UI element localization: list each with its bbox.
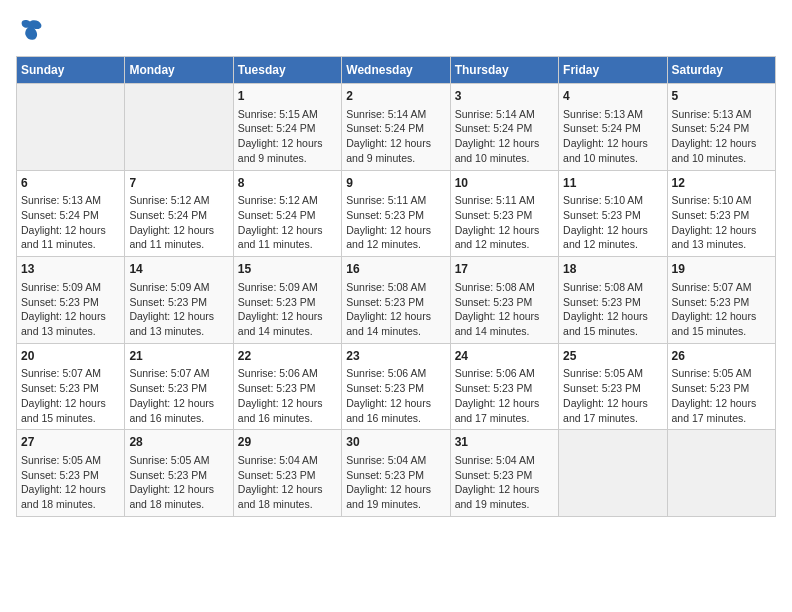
- day-cell: [667, 430, 775, 517]
- daylight-text: Daylight: 12 hours and 15 minutes.: [21, 396, 120, 425]
- sunrise-text: Sunrise: 5:08 AM: [455, 280, 554, 295]
- day-number: 4: [563, 88, 662, 105]
- day-cell: 17Sunrise: 5:08 AMSunset: 5:23 PMDayligh…: [450, 257, 558, 344]
- sunrise-text: Sunrise: 5:13 AM: [563, 107, 662, 122]
- sunset-text: Sunset: 5:24 PM: [563, 121, 662, 136]
- day-number: 19: [672, 261, 771, 278]
- sunset-text: Sunset: 5:23 PM: [346, 468, 445, 483]
- daylight-text: Daylight: 12 hours and 15 minutes.: [672, 309, 771, 338]
- col-header-saturday: Saturday: [667, 57, 775, 84]
- header-row: SundayMondayTuesdayWednesdayThursdayFrid…: [17, 57, 776, 84]
- day-number: 16: [346, 261, 445, 278]
- logo: [16, 16, 48, 44]
- daylight-text: Daylight: 12 hours and 19 minutes.: [455, 482, 554, 511]
- sunset-text: Sunset: 5:23 PM: [346, 295, 445, 310]
- day-number: 5: [672, 88, 771, 105]
- sunrise-text: Sunrise: 5:05 AM: [21, 453, 120, 468]
- daylight-text: Daylight: 12 hours and 13 minutes.: [21, 309, 120, 338]
- day-number: 3: [455, 88, 554, 105]
- sunrise-text: Sunrise: 5:11 AM: [346, 193, 445, 208]
- daylight-text: Daylight: 12 hours and 14 minutes.: [238, 309, 337, 338]
- day-number: 23: [346, 348, 445, 365]
- daylight-text: Daylight: 12 hours and 10 minutes.: [563, 136, 662, 165]
- sunset-text: Sunset: 5:23 PM: [238, 381, 337, 396]
- day-cell: 26Sunrise: 5:05 AMSunset: 5:23 PMDayligh…: [667, 343, 775, 430]
- sunrise-text: Sunrise: 5:14 AM: [455, 107, 554, 122]
- daylight-text: Daylight: 12 hours and 17 minutes.: [672, 396, 771, 425]
- sunset-text: Sunset: 5:24 PM: [21, 208, 120, 223]
- sunrise-text: Sunrise: 5:05 AM: [563, 366, 662, 381]
- sunrise-text: Sunrise: 5:09 AM: [238, 280, 337, 295]
- col-header-tuesday: Tuesday: [233, 57, 341, 84]
- day-cell: 16Sunrise: 5:08 AMSunset: 5:23 PMDayligh…: [342, 257, 450, 344]
- daylight-text: Daylight: 12 hours and 17 minutes.: [563, 396, 662, 425]
- col-header-sunday: Sunday: [17, 57, 125, 84]
- day-cell: [125, 84, 233, 171]
- day-cell: [17, 84, 125, 171]
- sunset-text: Sunset: 5:23 PM: [129, 381, 228, 396]
- sunset-text: Sunset: 5:23 PM: [563, 381, 662, 396]
- day-cell: 11Sunrise: 5:10 AMSunset: 5:23 PMDayligh…: [559, 170, 667, 257]
- day-cell: 31Sunrise: 5:04 AMSunset: 5:23 PMDayligh…: [450, 430, 558, 517]
- sunset-text: Sunset: 5:24 PM: [238, 208, 337, 223]
- sunrise-text: Sunrise: 5:13 AM: [672, 107, 771, 122]
- day-number: 22: [238, 348, 337, 365]
- daylight-text: Daylight: 12 hours and 18 minutes.: [129, 482, 228, 511]
- sunset-text: Sunset: 5:23 PM: [129, 468, 228, 483]
- day-number: 24: [455, 348, 554, 365]
- daylight-text: Daylight: 12 hours and 11 minutes.: [129, 223, 228, 252]
- daylight-text: Daylight: 12 hours and 9 minutes.: [346, 136, 445, 165]
- day-number: 18: [563, 261, 662, 278]
- sunrise-text: Sunrise: 5:05 AM: [129, 453, 228, 468]
- day-number: 29: [238, 434, 337, 451]
- day-number: 25: [563, 348, 662, 365]
- daylight-text: Daylight: 12 hours and 10 minutes.: [455, 136, 554, 165]
- sunrise-text: Sunrise: 5:06 AM: [346, 366, 445, 381]
- calendar-table: SundayMondayTuesdayWednesdayThursdayFrid…: [16, 56, 776, 517]
- day-cell: 1Sunrise: 5:15 AMSunset: 5:24 PMDaylight…: [233, 84, 341, 171]
- day-cell: 23Sunrise: 5:06 AMSunset: 5:23 PMDayligh…: [342, 343, 450, 430]
- sunset-text: Sunset: 5:23 PM: [672, 295, 771, 310]
- day-number: 9: [346, 175, 445, 192]
- day-cell: 20Sunrise: 5:07 AMSunset: 5:23 PMDayligh…: [17, 343, 125, 430]
- logo-bird-icon: [16, 16, 44, 44]
- sunrise-text: Sunrise: 5:04 AM: [238, 453, 337, 468]
- daylight-text: Daylight: 12 hours and 19 minutes.: [346, 482, 445, 511]
- daylight-text: Daylight: 12 hours and 12 minutes.: [563, 223, 662, 252]
- day-number: 6: [21, 175, 120, 192]
- sunrise-text: Sunrise: 5:10 AM: [672, 193, 771, 208]
- sunset-text: Sunset: 5:23 PM: [21, 468, 120, 483]
- sunrise-text: Sunrise: 5:08 AM: [346, 280, 445, 295]
- sunset-text: Sunset: 5:23 PM: [346, 208, 445, 223]
- sunset-text: Sunset: 5:23 PM: [672, 381, 771, 396]
- day-cell: 29Sunrise: 5:04 AMSunset: 5:23 PMDayligh…: [233, 430, 341, 517]
- day-cell: 18Sunrise: 5:08 AMSunset: 5:23 PMDayligh…: [559, 257, 667, 344]
- sunrise-text: Sunrise: 5:14 AM: [346, 107, 445, 122]
- day-number: 14: [129, 261, 228, 278]
- daylight-text: Daylight: 12 hours and 13 minutes.: [129, 309, 228, 338]
- sunset-text: Sunset: 5:23 PM: [563, 295, 662, 310]
- daylight-text: Daylight: 12 hours and 12 minutes.: [346, 223, 445, 252]
- header: [16, 16, 776, 44]
- week-row-1: 1Sunrise: 5:15 AMSunset: 5:24 PMDaylight…: [17, 84, 776, 171]
- week-row-2: 6Sunrise: 5:13 AMSunset: 5:24 PMDaylight…: [17, 170, 776, 257]
- day-number: 27: [21, 434, 120, 451]
- daylight-text: Daylight: 12 hours and 17 minutes.: [455, 396, 554, 425]
- sunrise-text: Sunrise: 5:09 AM: [21, 280, 120, 295]
- sunrise-text: Sunrise: 5:13 AM: [21, 193, 120, 208]
- day-number: 11: [563, 175, 662, 192]
- day-cell: 2Sunrise: 5:14 AMSunset: 5:24 PMDaylight…: [342, 84, 450, 171]
- daylight-text: Daylight: 12 hours and 14 minutes.: [346, 309, 445, 338]
- day-cell: 8Sunrise: 5:12 AMSunset: 5:24 PMDaylight…: [233, 170, 341, 257]
- sunset-text: Sunset: 5:23 PM: [672, 208, 771, 223]
- sunset-text: Sunset: 5:23 PM: [238, 468, 337, 483]
- day-cell: 14Sunrise: 5:09 AMSunset: 5:23 PMDayligh…: [125, 257, 233, 344]
- day-number: 28: [129, 434, 228, 451]
- daylight-text: Daylight: 12 hours and 11 minutes.: [21, 223, 120, 252]
- sunrise-text: Sunrise: 5:10 AM: [563, 193, 662, 208]
- day-number: 20: [21, 348, 120, 365]
- sunrise-text: Sunrise: 5:07 AM: [672, 280, 771, 295]
- day-number: 12: [672, 175, 771, 192]
- week-row-4: 20Sunrise: 5:07 AMSunset: 5:23 PMDayligh…: [17, 343, 776, 430]
- day-number: 1: [238, 88, 337, 105]
